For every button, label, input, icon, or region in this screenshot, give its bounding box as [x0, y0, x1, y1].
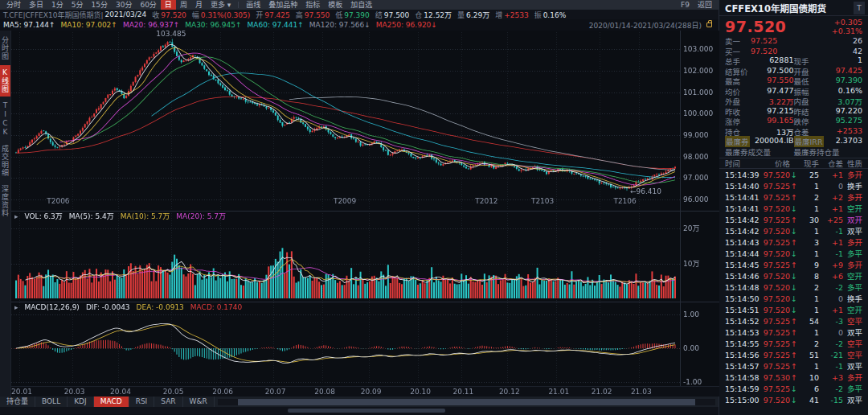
- field-label: 幅: [192, 11, 199, 19]
- field-label: 收: [152, 11, 159, 19]
- ohlc-summary: 收97.520幅0.31%(0.305)开97.425高97.550低97.39…: [146, 10, 566, 19]
- sidebar-item-K线图[interactable]: K线图: [0, 65, 10, 97]
- sidebar-item-深度资料[interactable]: 深度资料: [0, 182, 10, 220]
- tick-price: 97.525: [761, 182, 790, 191]
- quote-grid-row: 结算价97.500开盘97.425: [725, 67, 862, 77]
- period-tab-月[interactable]: 月: [191, 0, 207, 10]
- tick-time: 15:14:42: [725, 216, 761, 224]
- sidebar-item-成交明细[interactable]: 成交明细: [0, 142, 10, 180]
- tick-volume: 41: [798, 396, 819, 405]
- tool-item-指标[interactable]: 指标: [301, 0, 324, 10]
- indicator-tab-KDJ[interactable]: KDJ: [68, 397, 94, 407]
- tick-row[interactable]: 15:14:5697.525↑51-21空平: [725, 349, 862, 360]
- tick-row[interactable]: 15:14:4897.520↓2-2多平: [725, 281, 862, 293]
- tick-price: 97.530: [761, 373, 790, 382]
- tick-direction-icon: ↑: [790, 216, 798, 224]
- tick-row[interactable]: 15:14:5297.525↑54-3空平: [725, 315, 862, 327]
- tick-row[interactable]: 15:14:5997.525↓6-2多平: [725, 383, 862, 394]
- tick-oi-delta: +1: [819, 238, 843, 247]
- tick-price: 97.520: [761, 204, 790, 213]
- period-tab-多日[interactable]: 多日: [25, 0, 47, 10]
- tick-volume: 30: [798, 216, 819, 224]
- tick-row[interactable]: 15:14:5797.525↑1-1双平: [725, 360, 862, 372]
- period-tab-分时[interactable]: 分时: [2, 0, 25, 10]
- tick-oi-delta: -3: [819, 317, 843, 326]
- period-tab-日[interactable]: 日: [161, 0, 176, 10]
- period-tab-30分[interactable]: 30分: [112, 0, 136, 10]
- tick-price: 97.525: [761, 317, 790, 326]
- tool-item-画线[interactable]: 画线: [242, 0, 264, 10]
- period-tab-周[interactable]: 周: [176, 0, 191, 10]
- tick-row[interactable]: 15:14:5197.520↓1+1空开: [725, 304, 862, 315]
- tick-price: 97.525: [761, 339, 790, 348]
- tick-oi-delta: +1: [819, 204, 843, 213]
- sidebar-item-TICK[interactable]: TICK: [2, 98, 10, 140]
- tick-row[interactable]: 15:14:5597.525↑2-2空平: [725, 338, 862, 349]
- tool-item-模板[interactable]: 模板: [324, 0, 346, 10]
- indicator-tab-W&R[interactable]: W&R: [183, 397, 215, 407]
- chart-scrollbar[interactable]: [218, 399, 715, 405]
- tick-row[interactable]: 15:14:4097.525↑10换手: [725, 180, 862, 191]
- tick-row[interactable]: 15:14:4297.525↑30+25双开: [725, 214, 862, 225]
- indicator-tab-BOLL[interactable]: BOLL: [35, 397, 68, 407]
- candlestick-chart-canvas[interactable]: [11, 31, 719, 386]
- tick-direction-icon: ↑: [790, 351, 798, 360]
- tick-row[interactable]: 15:14:4297.520↓1-1双平: [725, 225, 862, 236]
- quote-header: CFFEX10年期国债期货 T: [719, 0, 868, 16]
- tool-item-叠加品种[interactable]: 叠加品种: [264, 0, 301, 10]
- last-price: 97.520: [725, 18, 832, 35]
- sidebar-item-分时图[interactable]: 分时图: [0, 33, 10, 64]
- tick-nature: 空开: [843, 304, 862, 315]
- date-range: 2020/01/14-2021/03/24(288日): [589, 20, 702, 31]
- lock-icon[interactable]: [706, 23, 712, 27]
- tick-nature: 多开: [843, 372, 862, 383]
- tick-time: 15:14:41: [725, 204, 761, 213]
- dim-fields-row: 最廉券成交量最廉券持仓量: [725, 147, 862, 158]
- tick-row[interactable]: 15:14:4697.520↓8+6空开: [725, 270, 862, 281]
- tick-volume: 2: [798, 193, 819, 202]
- ask-label: 卖一: [725, 35, 751, 47]
- tick-row[interactable]: 15:14:4497.520↓1-1多平: [725, 248, 862, 259]
- toolbar-button-返回[interactable]: 返回: [694, 0, 716, 10]
- scrollbar-thumb[interactable]: [288, 409, 446, 413]
- period-tab-更多[interactable]: 更多 ▾: [207, 0, 235, 10]
- tick-row[interactable]: 15:14:4597.525↑9+9多开: [725, 259, 862, 270]
- quote-grid-row: 最高97.550最低97.390: [725, 76, 862, 87]
- tick-row[interactable]: 15:14:5097.520↓10换手: [725, 293, 862, 304]
- quote-grid-row: 均价97.477振幅0.16%: [725, 87, 862, 97]
- tick-row[interactable]: 15:14:5897.530↑10+3多开: [725, 372, 862, 383]
- tick-nature: 多开: [843, 191, 862, 203]
- indicator-tab-SAR[interactable]: SAR: [154, 397, 182, 407]
- indicator-tab-持仓量[interactable]: 持仓量: [0, 397, 35, 407]
- tick-row[interactable]: 15:14:4197.525↑2+2多开: [725, 191, 862, 203]
- indicator-tab-MACD[interactable]: MACD: [94, 397, 129, 407]
- period-tab-60分[interactable]: 60分: [136, 0, 160, 10]
- field-value: +2533: [504, 11, 528, 19]
- tick-row[interactable]: 15:14:3997.520↓25+1多开: [725, 169, 862, 180]
- tick-row[interactable]: 15:15:0097.520↓41-15双平: [725, 394, 862, 405]
- period-tab-5分[interactable]: 5分: [68, 0, 88, 10]
- toolbar-button-F9[interactable]: F9: [677, 0, 694, 10]
- tick-row[interactable]: 15:14:4397.525↑3+1多开: [725, 236, 862, 248]
- tick-volume: 1: [798, 204, 819, 213]
- toolbar-divider: [238, 2, 239, 8]
- tool-item-加自选[interactable]: 加自选: [346, 0, 376, 10]
- period-tab-15分[interactable]: 15分: [88, 0, 112, 10]
- dim-field: 最廉券持仓量: [794, 146, 863, 158]
- period-tab-1分[interactable]: 1分: [47, 0, 68, 10]
- field-value: 97.500: [384, 11, 410, 19]
- horizontal-scrollbar[interactable]: [0, 407, 719, 414]
- change-percent: +0.31%: [832, 27, 862, 35]
- tick-oi-delta: -2: [819, 384, 843, 393]
- tick-row[interactable]: 15:14:4197.520↓1+1空开: [725, 203, 862, 214]
- tick-oi-delta: -1: [819, 249, 843, 258]
- price-change: +0.305 +0.31%: [832, 18, 862, 35]
- side-tab-t[interactable]: T: [854, 2, 865, 14]
- tick-direction-icon: ↓: [790, 384, 798, 393]
- tool-menu: 画线叠加品种指标模板加自选: [242, 0, 376, 10]
- tick-row[interactable]: 15:14:5397.525↑10双平: [725, 327, 862, 338]
- indicator-tab-RSI[interactable]: RSI: [129, 397, 155, 407]
- chart-scrollbar-thumb[interactable]: [238, 399, 696, 405]
- period-tabs: 分时多日1分5分15分30分60分日周月更多 ▾: [2, 0, 235, 10]
- tick-volume: 1: [798, 182, 819, 191]
